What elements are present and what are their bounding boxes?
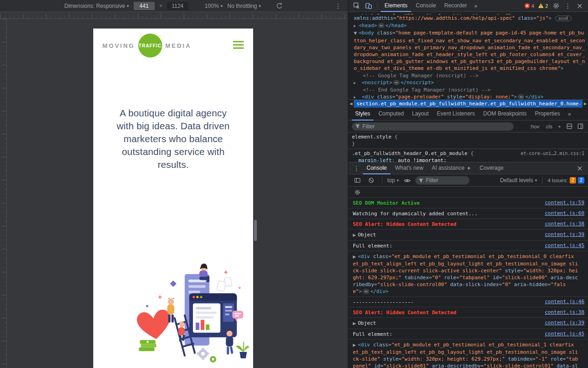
tab-layout[interactable]: Layout — [409, 108, 432, 121]
drawer-tab-coverage[interactable]: Coverage — [476, 162, 507, 174]
css-rule-element-style[interactable]: element.style { } — [348, 133, 588, 147]
dom-tree-line[interactable]: xmlns:addthis="https://www.addthis.com/h… — [354, 15, 585, 22]
dom-tree-line[interactable]: ▼<body class="home page-template-default… — [354, 29, 585, 72]
vertical-ruler — [0, 19, 7, 368]
devtools-menu-icon[interactable]: ⋮ — [562, 0, 573, 12]
dimensions-select[interactable]: Dimensions: Responsive ▾ — [64, 3, 129, 9]
warning-counter[interactable]: 2 — [538, 3, 548, 9]
new-style-rule-button[interactable]: + — [557, 124, 562, 129]
tab-properties[interactable]: Properties — [532, 108, 564, 121]
console-message[interactable]: SEO Alert: Hidden Content Detectedconten… — [348, 218, 588, 229]
tab-recorder[interactable]: Recorder — [441, 0, 470, 12]
tab-event-listeners[interactable]: Event Listeners — [434, 108, 478, 121]
error-counter[interactable]: 4 — [524, 3, 534, 9]
console-message[interactable]: --------------------content.js:46 — [348, 296, 588, 307]
breadcrumb-left-icon[interactable]: ◀ — [348, 100, 354, 108]
console-message[interactable]: SEO Alert: Hidden Content Detectedconten… — [348, 307, 588, 317]
issues-label: 4 Issues: — [548, 178, 568, 183]
inspect-element-icon[interactable] — [351, 0, 362, 12]
dom-tree-line[interactable]: ▸ <div class="page-preloader" style="dis… — [354, 93, 585, 99]
tab-elements[interactable]: Elements — [381, 0, 411, 12]
console-message[interactable]: Full element:content.js:45 — [348, 328, 588, 339]
ai-spark-icon — [466, 166, 471, 171]
hero-tagline: A boutique digital agency with big ideas… — [93, 107, 253, 171]
css-property-value[interactable]: auto !important; — [398, 157, 447, 162]
console-message[interactable]: ▶ Objectcontent.js:39 — [348, 229, 588, 240]
css-source-link[interactable]: et-core-uni…2.min.css:1 — [521, 150, 584, 157]
javascript-context-select[interactable]: top ▾ — [387, 177, 399, 184]
console-source-link[interactable]: content.js:39 — [545, 320, 584, 326]
console-source-link[interactable]: content.js:59 — [545, 200, 584, 206]
css-property-name[interactable]: margin-left — [358, 157, 392, 162]
console-message-text: -------------------- — [353, 299, 539, 305]
live-expression-icon[interactable] — [401, 175, 413, 186]
tab-console[interactable]: Console — [412, 0, 440, 12]
issues-counter[interactable]: 4 Issues: 2 2 — [548, 177, 584, 184]
drawer-tab-whats-new[interactable]: What's new — [391, 162, 427, 174]
console-filter-input[interactable]: Filter — [415, 176, 469, 184]
rotate-viewport-icon[interactable] — [276, 2, 283, 9]
console-message[interactable]: ▶ Objectcontent.js:39 — [348, 317, 588, 328]
console-message[interactable]: ▶ <div class="et_pb_module et_pb_testimo… — [348, 251, 588, 296]
console-source-link[interactable]: content.js:39 — [545, 231, 584, 237]
hamburger-menu-icon[interactable] — [233, 41, 244, 49]
console-source-link[interactable]: content.js:38 — [545, 221, 584, 227]
log-levels-select[interactable]: Default levels ▾ — [500, 177, 537, 184]
drawer-menu-icon[interactable]: ⋮ — [351, 163, 362, 174]
console-source-link[interactable]: content.js:45 — [545, 242, 584, 248]
console-message[interactable]: Full element:content.js:45 — [348, 240, 588, 251]
styles-filter-placeholder: Filter — [362, 123, 375, 130]
more-panels-icon[interactable]: » — [471, 3, 480, 9]
logo-circle: TRAFFIC — [138, 34, 162, 58]
viewport-height-input[interactable] — [167, 2, 188, 10]
device-toolbar-menu-icon[interactable]: ⋮ — [333, 2, 343, 10]
console-source-link[interactable]: content.js:38 — [545, 309, 584, 315]
console-message-text: Watching for dynamically added content..… — [353, 210, 539, 217]
site-logo[interactable]: MOVING TRAFFIC MEDIA — [102, 33, 192, 58]
toggle-element-state-button[interactable]: :hov — [528, 124, 541, 129]
computed-panel-icon[interactable] — [565, 122, 573, 131]
styles-filter-input[interactable]: Filter — [352, 122, 514, 131]
dock-sidebar-icon[interactable] — [576, 122, 584, 131]
toggle-classes-button[interactable]: .cls — [543, 124, 554, 129]
console-sidebar-icon[interactable] — [352, 175, 363, 186]
console-filter-placeholder: Filter — [426, 177, 438, 184]
breadcrumb-right-icon[interactable]: ▶ — [582, 100, 588, 108]
chevron-down-icon: ▾ — [535, 178, 537, 183]
drawer-tab-console[interactable]: Console — [363, 162, 390, 174]
more-sidebar-tabs-icon[interactable]: » — [565, 111, 574, 117]
device-toolbar-toggle-icon[interactable] — [363, 0, 374, 12]
dom-tree-line[interactable]: ▸<head>⋯</head> — [354, 22, 585, 29]
console-message[interactable]: ▶ <div class="et_pb_module et_pb_testimo… — [348, 339, 588, 368]
console-source-link[interactable]: content.js:60 — [545, 210, 584, 216]
dom-tree-line[interactable]: <!-- End Google Tag Manager (noscript) -… — [354, 86, 585, 93]
console-settings-gear-icon[interactable] — [352, 187, 363, 198]
tab-styles[interactable]: Styles — [352, 108, 373, 121]
page-scrollbar[interactable] — [254, 220, 257, 241]
viewport-width-input[interactable] — [134, 2, 155, 10]
settings-gear-icon[interactable] — [550, 0, 561, 12]
clear-console-icon[interactable] — [366, 175, 377, 186]
tab-computed[interactable]: Computed — [375, 108, 407, 121]
console-message[interactable]: SEO DOM Monitor Activecontent.js:59 — [348, 198, 588, 208]
devtools-drawer: ⋮ Console What's new AI assistance Cover… — [348, 162, 588, 368]
close-devtools-icon[interactable]: × — [574, 0, 585, 12]
dom-tree-line[interactable]: ▸ <noscript>⋯</noscript> — [354, 79, 585, 86]
console-source-link[interactable]: content.js:45 — [545, 331, 584, 337]
chevron-down-icon: ▾ — [127, 4, 129, 8]
drawer-tab-ai-assistance[interactable]: AI assistance — [428, 162, 475, 174]
css-rule-fullwidth-header[interactable]: .et_pb_fullwidth_header_0.et_pb_module {… — [348, 149, 588, 162]
tab-dom-breakpoints[interactable]: DOM Breakpoints — [480, 108, 530, 121]
console-message[interactable]: Watching for dynamically added content..… — [348, 208, 588, 218]
dom-tree-line[interactable]: <!-- Google Tag Manager (noscript) --> — [354, 72, 585, 79]
console-log: SEO DOM Monitor Activecontent.js:59Watch… — [348, 198, 588, 368]
console-source-link[interactable]: content.js:46 — [545, 299, 584, 305]
zoom-select[interactable]: 100% ▾ — [205, 3, 223, 9]
breadcrumb-selected-node[interactable]: section.et_pb_module.et_pb_fullwidth_hea… — [354, 100, 582, 108]
close-drawer-icon[interactable]: × — [574, 163, 585, 174]
throttling-select[interactable]: No throttling ▾ — [227, 3, 261, 9]
devtools-window: Dimensions: Responsive ▾ × 100% ▾ No thr… — [0, 0, 588, 368]
console-toolbar: top ▾ Filter Default levels ▾ 4 Issues — [348, 174, 588, 187]
device-viewport: MOVING TRAFFIC MEDIA A boutique digital … — [93, 29, 253, 368]
console-message-text: Full element: — [353, 331, 539, 338]
